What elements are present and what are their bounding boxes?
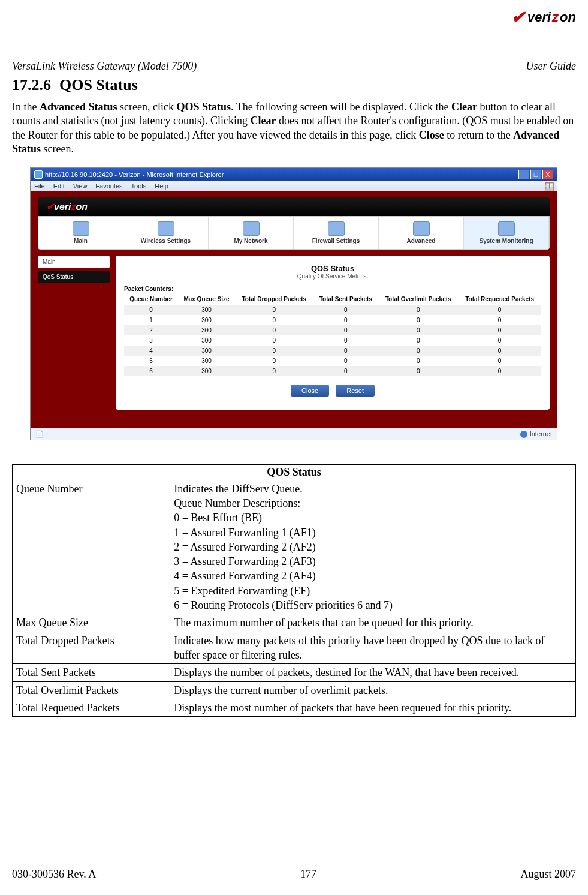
intro-paragraph: In the Advanced Status screen, click QOS…: [12, 100, 576, 157]
firewall-icon: [328, 221, 345, 236]
desc-header: QOS Status: [13, 464, 576, 480]
desc-def: The maximum number of packets that can b…: [170, 614, 576, 632]
browser-statusbar: 📄 Internet: [31, 428, 557, 440]
desc-row: Total Requeued PacketsDisplays the most …: [13, 699, 576, 716]
section-title: QOS Status: [59, 76, 138, 94]
menu-file[interactable]: File: [34, 182, 45, 190]
table-row: 63000000: [124, 366, 541, 376]
minimize-button[interactable]: _: [518, 170, 529, 179]
ie-icon: [34, 170, 43, 179]
footer-page: 177: [300, 868, 316, 881]
table-header: Total Requeued Packets: [458, 293, 541, 305]
sidebar-item-qos-status[interactable]: QoS Status: [38, 271, 110, 283]
tab-main[interactable]: Main: [38, 217, 123, 249]
tab-wireless[interactable]: Wireless Settings: [123, 217, 209, 249]
qos-panel: QOS Status Quality Of Service Metrics. P…: [116, 256, 550, 410]
footer-date: August 2007: [520, 868, 576, 881]
desc-def: Indicates the DiffServ Queue.Queue Numbe…: [170, 480, 576, 614]
doc-guide: User Guide: [526, 60, 577, 73]
section-number: 17.2.6: [12, 76, 51, 94]
desc-term: Queue Number: [13, 480, 170, 614]
desc-term: Max Queue Size: [13, 614, 170, 632]
table-header: Max Queue Size: [178, 293, 235, 305]
menu-view[interactable]: View: [73, 182, 88, 190]
sidebar-item-main[interactable]: Main: [38, 256, 110, 268]
desc-row: Total Overlimit PacketsDisplays the curr…: [13, 681, 576, 699]
section-heading: 17.2.6QOS Status: [12, 76, 576, 94]
maximize-button[interactable]: □: [530, 170, 541, 179]
desc-row: Total Sent PacketsDisplays the number of…: [13, 664, 576, 681]
desc-def: Displays the number of packets, destined…: [170, 664, 576, 681]
desc-row: Max Queue SizeThe maximum number of pack…: [13, 614, 576, 632]
tab-system-monitoring[interactable]: System Monitoring: [464, 217, 549, 249]
table-header: Total Dropped Packets: [235, 293, 313, 305]
verizon-logo: ✔ verizon: [511, 7, 576, 27]
sidebar: Main QoS Status: [38, 256, 110, 410]
browser-menubar: File Edit View Favorites Tools Help 🪟: [31, 181, 557, 191]
panel-subtitle: Quality Of Service Metrics.: [124, 273, 541, 280]
globe-icon: [520, 431, 527, 438]
tab-mynetwork[interactable]: My Network: [209, 217, 294, 249]
advanced-icon: [413, 221, 430, 236]
network-icon: [243, 221, 260, 236]
packet-counters-label: Packet Counters:: [124, 286, 541, 292]
menu-tools[interactable]: Tools: [131, 182, 147, 190]
desc-row: Total Dropped PacketsIndicates how many …: [13, 632, 576, 664]
wireless-icon: [158, 221, 174, 236]
window-titlebar: http://10.16.90.10:2420 - Verizon - Micr…: [31, 168, 557, 181]
close-window-button[interactable]: X: [542, 170, 553, 179]
monitor-icon: [498, 221, 515, 236]
status-zone: Internet: [530, 430, 552, 437]
panel-title: QOS Status: [124, 264, 541, 273]
table-row: 13000000: [124, 315, 541, 325]
tab-advanced[interactable]: Advanced: [379, 217, 464, 249]
page-footer: 030-300536 Rev. A 177 August 2007: [12, 868, 576, 881]
desc-row: Queue NumberIndicates the DiffServ Queue…: [13, 480, 576, 614]
browser-window: http://10.16.90.10:2420 - Verizon - Micr…: [30, 167, 557, 440]
main-icon: [73, 221, 89, 236]
table-header: Total Overlimit Packets: [378, 293, 458, 305]
menu-edit[interactable]: Edit: [53, 182, 65, 190]
tab-firewall[interactable]: Firewall Settings: [294, 217, 379, 249]
desc-term: Total Dropped Packets: [13, 632, 170, 664]
page-content: ✔verizon Main Wireless Settings My Netwo…: [31, 191, 557, 428]
table-row: 43000000: [124, 346, 541, 356]
desc-term: Total Overlimit Packets: [13, 681, 170, 699]
table-header: Queue Number: [124, 293, 178, 305]
logo-post: on: [560, 10, 576, 25]
desc-def: Displays the current number of overlimit…: [170, 681, 576, 699]
windows-flag-icon: 🪟: [544, 182, 554, 191]
footer-left: 030-300536 Rev. A: [12, 868, 96, 881]
table-row: 33000000: [124, 335, 541, 346]
window-title: http://10.16.90.10:2420 - Verizon - Micr…: [45, 171, 224, 178]
table-row: 53000000: [124, 356, 541, 366]
desc-def: Indicates how many packets of this prior…: [170, 632, 576, 664]
table-header: Total Sent Packets: [313, 293, 379, 305]
close-button[interactable]: Close: [291, 385, 329, 397]
qos-description-table: QOS Status Queue NumberIndicates the Dif…: [12, 464, 576, 717]
desc-def: Displays the most number of packets that…: [170, 699, 576, 716]
check-icon: ✔: [511, 7, 525, 27]
desc-term: Total Sent Packets: [13, 664, 170, 681]
brand-bar: ✔verizon: [38, 197, 550, 216]
menu-favorites[interactable]: Favorites: [95, 182, 122, 190]
menu-help[interactable]: Help: [155, 182, 168, 190]
doc-title: VersaLink Wireless Gateway (Model 7500): [12, 60, 197, 73]
table-row: 03000000: [124, 305, 541, 315]
reset-button[interactable]: Reset: [336, 385, 375, 397]
desc-term: Total Requeued Packets: [13, 699, 170, 716]
table-row: 23000000: [124, 325, 541, 335]
logo-pre: veri: [527, 10, 551, 25]
qos-table: Queue NumberMax Queue SizeTotal Dropped …: [124, 293, 541, 376]
top-nav: Main Wireless Settings My Network Firewa…: [38, 216, 550, 250]
logo-z: z: [552, 10, 559, 25]
check-icon: ✔: [46, 202, 54, 212]
status-left-icon: 📄: [35, 430, 44, 438]
